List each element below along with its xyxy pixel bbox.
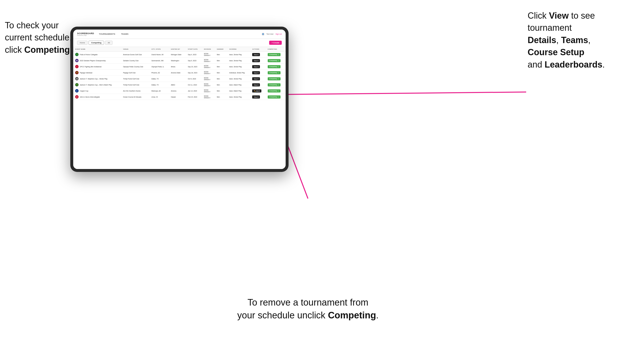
cell-competing: Competing: [266, 76, 286, 82]
cell-gender: Men: [215, 52, 227, 58]
signout-link[interactable]: Sign out: [276, 33, 282, 35]
cell-scoring: individual, Stroke Play: [228, 70, 250, 76]
cell-competing: Competing: [266, 70, 286, 76]
cell-scoring: team, Match Play: [228, 88, 250, 94]
team-logo: W: [75, 59, 78, 62]
team-logo: I: [75, 65, 78, 68]
table-body: 🌿 Folds of Honor Collegiate American Dun…: [73, 52, 286, 100]
competing-button-2[interactable]: Competing: [268, 65, 280, 68]
team-logo: A: [75, 89, 78, 93]
col-city-state: CITY, STATE: [149, 47, 169, 52]
cell-hosted-by: Hawaii: [169, 94, 186, 100]
tab-home[interactable]: Home: [77, 41, 88, 45]
view-button[interactable]: View ℹ: [252, 95, 260, 99]
event-name: Papago Individual: [80, 72, 92, 74]
nav-right: 👤 Test User Sign out: [262, 33, 282, 36]
event-name-cell: W 2023 Sahalee Players Championship: [73, 58, 121, 64]
scoreboard-title: SCOREBOARD: [77, 32, 94, 35]
nav-teams[interactable]: TEAMS: [120, 32, 130, 36]
col-scoring: SCORING: [228, 47, 250, 52]
competing-button-5[interactable]: Competing: [268, 83, 280, 86]
event-name: John A. Burns Intercollegiate: [80, 96, 100, 98]
cell-venue: Sahalee Country Club: [121, 58, 150, 64]
event-name-cell: 🌿 Folds of Honor Collegiate: [73, 52, 121, 58]
annotation-tr-text: Click View to seetournamentDetails, Team…: [528, 11, 605, 69]
team-logo: 🌿: [75, 83, 78, 86]
cell-division: NCAADivision I: [202, 94, 215, 100]
tablet-screen: SCOREBOARD Powered by clippi TOURNAMENTS…: [73, 29, 286, 169]
cell-competing: Competing: [266, 58, 286, 64]
col-competing: COMPETING: [266, 47, 286, 52]
cell-hosted-by: [169, 76, 186, 82]
annotation-top-right: Click View to seetournamentDetails, Team…: [528, 10, 639, 71]
competing-button-7[interactable]: Competing: [268, 95, 280, 99]
cell-venue: Olympia Fields Country Club: [121, 64, 150, 70]
cell-action: View ℹ: [250, 70, 266, 76]
nav-tournaments[interactable]: TOURNAMENTS: [98, 32, 116, 36]
view-button[interactable]: View ℹ: [252, 59, 260, 62]
user-name: Test User: [266, 33, 274, 35]
user-icon: 👤: [262, 33, 264, 36]
event-name: Copper Cup: [80, 90, 88, 92]
scoreboard-powered: Powered by clippi: [77, 35, 94, 36]
cell-hosted-by: Washington: [169, 58, 186, 64]
cell-start-date: Oct 9, 2023: [186, 76, 202, 82]
tablet: SCOREBOARD Powered by clippi TOURNAMENTS…: [70, 27, 288, 172]
event-name: Jackson T. Stephens Cup – Stroke Play: [80, 78, 108, 80]
cell-scoring: team, Stroke Play: [228, 52, 250, 58]
competing-button-6[interactable]: Competing: [268, 89, 280, 93]
view-button[interactable]: View ℹ: [252, 71, 260, 74]
tournaments-table: EVENT NAME VENUE CITY, STATE HOSTED BY S…: [73, 47, 286, 100]
create-button[interactable]: + Create: [269, 41, 282, 45]
view-button[interactable]: View ℹ: [252, 83, 260, 86]
cell-division: NCAADivision I: [202, 58, 215, 64]
cell-hosted-by: ABAC: [169, 82, 186, 88]
cell-hosted-by: Michigan State: [169, 52, 186, 58]
cell-competing: Competing: [266, 94, 286, 100]
cell-action: View ℹ: [250, 58, 266, 64]
cell-city-state: Dallas, TX: [149, 76, 169, 82]
event-name: Folds of Honor Collegiate: [80, 54, 98, 55]
cell-division: NCAADivision I: [202, 64, 215, 70]
tab-competing[interactable]: Competing: [88, 41, 104, 45]
cell-city-state: Dallas, TX: [149, 82, 169, 88]
cell-city-state: Grand Haven, MI: [149, 52, 169, 58]
cell-division: NCAADivision I: [202, 70, 215, 76]
competing-button-0[interactable]: Competing: [268, 53, 280, 56]
view-button[interactable]: View ℹ: [252, 77, 260, 80]
cell-gender: Men: [215, 82, 227, 88]
cell-start-date: Jan 14, 2024: [186, 88, 202, 94]
cell-action: View ℹ: [250, 82, 266, 88]
event-name-cell: A Copper Cup: [73, 88, 121, 94]
cell-gender: Men: [215, 70, 227, 76]
cell-division: NCAADivision I: [202, 82, 215, 88]
competing-button-1[interactable]: Competing: [268, 59, 280, 62]
scoreboard-brand: SCOREBOARD Powered by clippi: [77, 32, 94, 36]
competing-button-3[interactable]: Competing: [268, 71, 280, 74]
competing-button-4[interactable]: Competing: [268, 77, 280, 80]
cell-gender: Men: [215, 76, 227, 82]
annotation-tl-text: To check yourcurrent schedule,click Comp…: [5, 20, 72, 55]
table-row: W 2023 Sahalee Players Championship Saha…: [73, 58, 286, 64]
nav-links: TOURNAMENTS TEAMS: [98, 32, 262, 36]
cell-gender: Men: [215, 64, 227, 70]
cell-scoring: team, Stroke Play: [228, 64, 250, 70]
top-nav: SCOREBOARD Powered by clippi TOURNAMENTS…: [73, 29, 286, 39]
annotation-bottom: To remove a tournament fromyour schedule…: [199, 296, 417, 322]
edit-button[interactable]: ✏️ Edit ℹ: [252, 89, 262, 93]
col-gender: GENDER: [215, 47, 227, 52]
event-name-cell: 🌿 Jackson T. Stephens Cup – Men's Match …: [73, 82, 121, 88]
col-event-name: EVENT NAME: [73, 47, 121, 52]
view-button[interactable]: View ℹ: [252, 53, 260, 56]
team-logo: 🌵: [75, 71, 78, 74]
table-row: 🌿 Jackson T. Stephens Cup – Men's Match …: [73, 82, 286, 88]
table-row: I OFCC Fighting Illini Invitational Olym…: [73, 64, 286, 70]
cell-start-date: Oct 11, 2023: [186, 82, 202, 88]
view-button[interactable]: View ℹ: [252, 65, 260, 68]
cell-action: View ℹ: [250, 76, 266, 82]
table-row: 🌵 Papago Individual Papago Golf ClubPhoe…: [73, 70, 286, 76]
col-actions: ACTIONS: [250, 47, 266, 52]
cell-city-state: Olympia Fields, IL: [149, 64, 169, 70]
cell-start-date: Sep 15, 2023: [186, 64, 202, 70]
tab-all[interactable]: All: [105, 41, 112, 45]
